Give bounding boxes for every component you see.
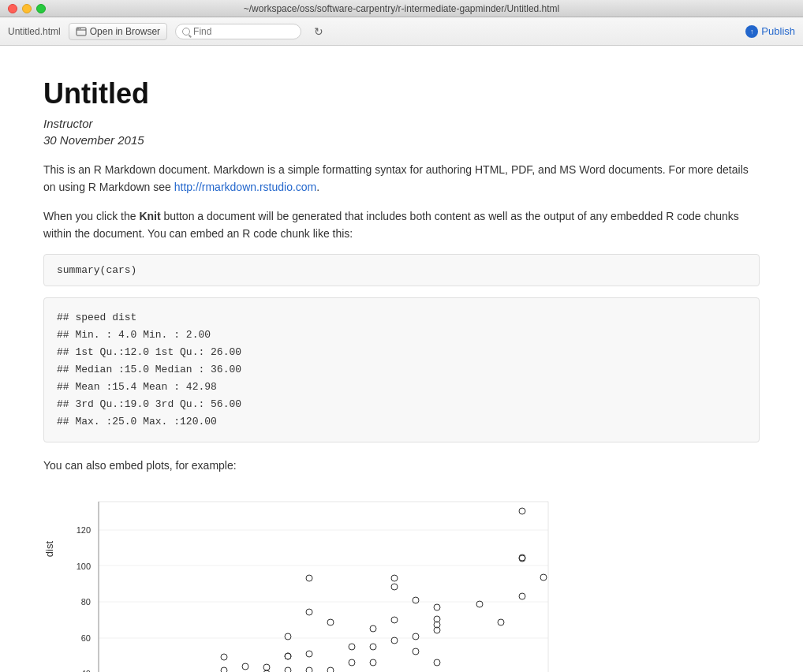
document-content: Untitled Instructor 30 November 2015 Thi… bbox=[0, 46, 803, 672]
document-date: 30 November 2015 bbox=[43, 133, 760, 147]
intro-text-1: This is an R Markdown document. Markdown… bbox=[43, 163, 749, 193]
rmarkdown-link[interactable]: http://rmarkdown.rstudio.com bbox=[174, 181, 317, 193]
output-line-7: ## Max. :25.0 Max. :120.00 bbox=[57, 413, 746, 431]
publish-icon: ↑ bbox=[745, 25, 758, 38]
output-line-1: ## speed dist bbox=[57, 309, 746, 327]
close-button[interactable] bbox=[8, 4, 17, 13]
open-in-browser-button[interactable]: Open in Browser bbox=[69, 23, 167, 40]
chart-wrapper: dist 20 40 60 80 100 120 bbox=[43, 494, 760, 672]
output-line-2: ## Min. : 4.0 Min. : 2.00 bbox=[57, 327, 746, 344]
filename-label: Untitled.html bbox=[8, 26, 61, 37]
svg-point-2 bbox=[77, 28, 79, 29]
search-icon bbox=[182, 28, 190, 35]
svg-point-3 bbox=[79, 28, 80, 29]
svg-text:100: 100 bbox=[77, 562, 91, 571]
window-title: ~/workspace/oss/software-carpentry/r-int… bbox=[244, 3, 560, 14]
refresh-button[interactable]: ↻ bbox=[309, 22, 328, 41]
document-title: Untitled bbox=[43, 77, 760, 110]
titlebar: ~/workspace/oss/software-carpentry/r-int… bbox=[0, 0, 803, 17]
output-line-4: ## Median :15.0 Median : 36.00 bbox=[57, 361, 746, 379]
scatter-plot-container: dist 20 40 60 80 100 120 bbox=[43, 486, 760, 672]
code-text: summary(cars) bbox=[57, 264, 136, 276]
minimize-button[interactable] bbox=[22, 4, 32, 13]
publish-label: Publish bbox=[761, 25, 795, 37]
open-in-browser-label: Open in Browser bbox=[90, 26, 160, 37]
document-author: Instructor bbox=[43, 117, 760, 130]
search-box[interactable] bbox=[175, 24, 301, 39]
traffic-lights bbox=[8, 4, 46, 13]
maximize-button[interactable] bbox=[36, 4, 46, 13]
intro-text-1-end: . bbox=[316, 181, 319, 193]
output-line-3: ## 1st Qu.:12.0 1st Qu.: 26.00 bbox=[57, 344, 746, 361]
knit-bold: Knit bbox=[139, 210, 160, 222]
output-line-5: ## Mean :15.4 Mean : 42.98 bbox=[57, 379, 746, 396]
svg-text:60: 60 bbox=[81, 633, 91, 643]
intro-paragraph-2: When you click the Knit button a documen… bbox=[43, 207, 760, 243]
browser-icon bbox=[76, 26, 87, 37]
intro-paragraph-1: This is an R Markdown document. Markdown… bbox=[43, 161, 760, 196]
y-axis-label: dist bbox=[43, 541, 55, 557]
embed-plots-para: You can also embed plots, for example: bbox=[43, 457, 760, 474]
output-line-6: ## 3rd Qu.:19.0 3rd Qu.: 56.00 bbox=[57, 396, 746, 413]
output-block: ## speed dist ## Min. : 4.0 Min. : 2.00 … bbox=[43, 297, 760, 443]
scatter-plot: 20 40 60 80 100 120 bbox=[59, 494, 564, 672]
code-block: summary(cars) bbox=[43, 254, 760, 286]
search-input[interactable] bbox=[193, 26, 294, 37]
publish-button[interactable]: ↑ Publish bbox=[745, 25, 795, 38]
toolbar: Untitled.html Open in Browser ↻ ↑ Publis… bbox=[0, 17, 803, 46]
svg-text:40: 40 bbox=[81, 669, 91, 672]
svg-text:120: 120 bbox=[77, 525, 91, 535]
svg-text:80: 80 bbox=[81, 597, 91, 607]
svg-rect-4 bbox=[99, 502, 548, 672]
intro-text-2a: When you click the bbox=[43, 210, 139, 222]
